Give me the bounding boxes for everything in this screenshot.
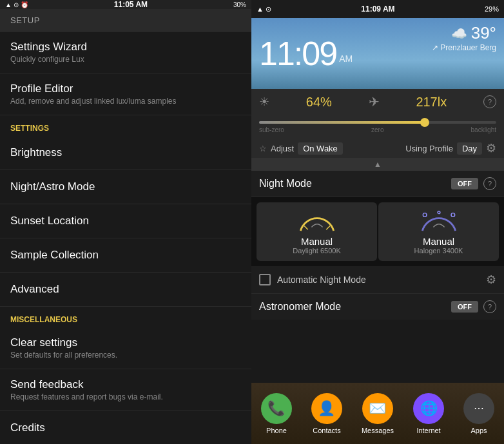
profile-editor-title: Profile Editor: [10, 82, 241, 95]
svg-point-4: [438, 211, 440, 214]
astronomer-toggle-group: OFF ?: [451, 300, 496, 313]
app-apps[interactable]: ⋯ Apps: [463, 393, 494, 434]
send-feedback-subtitle: Request features and report bugs via e-m…: [10, 392, 241, 401]
sidebar-item-advanced[interactable]: Advanced: [0, 273, 251, 307]
night-mode-toggle[interactable]: OFF: [451, 178, 478, 189]
night-mode-help[interactable]: ?: [483, 177, 496, 190]
messages-icon: ✉️: [362, 393, 393, 424]
auto-night-label: Automatic Night Mode: [277, 275, 480, 285]
night-mode-toggle-group: OFF ?: [451, 177, 496, 190]
sidebar-item-clear-settings[interactable]: Clear settings Set defaults for all pref…: [0, 327, 251, 369]
sidebar-item-credits[interactable]: Credits: [0, 411, 251, 444]
halogen-card[interactable]: Manual Halogen 3400K: [378, 202, 499, 261]
sample-collection-title: Sample Collection: [10, 249, 99, 261]
wifi-icon: ⊙: [14, 1, 19, 8]
auto-night-gear-icon[interactable]: ⚙: [486, 273, 496, 287]
settings-wizard-subtitle: Quickly configure Lux: [10, 55, 241, 64]
lux-info-bar: ☀ 64% ✈ 217lx ?: [251, 89, 504, 115]
alarm-icon: ⏰: [21, 1, 28, 8]
lux-left-icon: ☀: [259, 95, 269, 109]
left-panel: ▲ ⊙ ⏰ 11:05 AM 30% Setup Settings Wizard…: [0, 0, 251, 444]
sidebar-item-profile-editor[interactable]: Profile Editor Add, remove and adjust li…: [0, 73, 251, 115]
expand-arrow[interactable]: ▲: [251, 158, 504, 171]
phone-label: Phone: [266, 427, 287, 434]
setup-header: Setup: [0, 9, 251, 32]
weather-location: ↗ Prenzlauer Berg: [432, 43, 496, 52]
sidebar-item-sample-collection[interactable]: Sample Collection: [0, 238, 251, 273]
adjust-row: ☆ Adjust On Wake Using Profile Day ⚙: [251, 139, 504, 158]
slider-label-backlight: backlight: [471, 126, 496, 133]
adjust-item[interactable]: ☆ Adjust On Wake: [259, 142, 343, 155]
location-arrow-icon: ↗: [432, 43, 438, 52]
right-panel: ▲ ⊙ 11:09 AM 29% 11:09 AM ☁️ 39° ↗ Prenz…: [251, 0, 504, 444]
sidebar-item-sunset-location[interactable]: Sunset Location: [0, 204, 251, 238]
weather-info: ☁️ 39° ↗ Prenzlauer Berg: [432, 23, 496, 52]
daylight-arc-svg: [295, 209, 340, 233]
profile-editor-subtitle: Add, remove and adjust linked lux/luma s…: [10, 97, 241, 106]
astronomer-label: Astronomer Mode: [259, 301, 341, 313]
svg-line-0: [304, 226, 308, 230]
svg-point-2: [423, 213, 427, 217]
bottom-app-bar: 📞 Phone 👤 Contacts ✉️ Messages 🌐 Interne…: [251, 383, 504, 444]
sidebar-item-send-feedback[interactable]: Send feedback Request features and repor…: [0, 369, 251, 411]
auto-night-row: Automatic Night Mode ⚙: [251, 266, 504, 294]
sidebar-item-brightness[interactable]: Brightness: [0, 136, 251, 170]
using-profile-label: Using Profile: [405, 144, 453, 153]
brightness-slider-fill: [259, 121, 425, 124]
sidebar-item-settings-wizard[interactable]: Settings Wizard Quickly configure Lux: [0, 32, 251, 73]
messages-label: Messages: [362, 427, 394, 434]
profile-cards: Manual Daylight 6500K Manual Halogen 340…: [251, 197, 504, 266]
app-phone[interactable]: 📞 Phone: [261, 393, 292, 434]
app-internet[interactable]: 🌐 Internet: [413, 393, 444, 434]
left-status-icons: ▲ ⊙ ⏰: [5, 1, 28, 8]
svg-point-3: [451, 213, 455, 217]
auto-night-checkbox[interactable]: [259, 274, 271, 285]
signal-icon: ▲: [5, 1, 12, 8]
weather-widget: 11:09 AM ☁️ 39° ↗ Prenzlauer Berg: [251, 18, 504, 89]
status-bar-right: ▲ ⊙ 11:09 AM 29%: [251, 0, 504, 18]
night-mode-label: Night Mode: [259, 178, 312, 189]
sidebar-item-night-astro[interactable]: Night/Astro Mode: [0, 170, 251, 204]
daylight-card[interactable]: Manual Daylight 6500K: [257, 202, 377, 261]
daylight-card-title: Manual: [301, 236, 333, 247]
advanced-title: Advanced: [10, 283, 59, 295]
settings-section-header: Settings: [0, 115, 251, 136]
weather-temp: 39°: [471, 23, 496, 43]
signal-icon-right: ▲: [257, 5, 264, 13]
internet-icon: 🌐: [413, 393, 444, 424]
internet-label: Internet: [416, 427, 440, 434]
setup-label: Setup: [10, 15, 40, 25]
apps-icon: ⋯: [463, 393, 494, 424]
lux-value: 217lx: [416, 95, 447, 110]
astronomer-help[interactable]: ?: [483, 300, 496, 313]
slider-label-zero: zero: [371, 126, 383, 133]
status-time-right: 11:09 AM: [361, 5, 394, 14]
lux-help-button[interactable]: ?: [483, 95, 496, 108]
daylight-card-subtitle: Daylight 6500K: [293, 247, 341, 255]
brightness-slider-thumb[interactable]: [420, 118, 429, 127]
app-messages[interactable]: ✉️ Messages: [362, 393, 394, 434]
app-contacts[interactable]: 👤 Contacts: [311, 393, 342, 434]
plane-icon: ✈: [369, 94, 380, 110]
astronomer-toggle[interactable]: OFF: [451, 301, 478, 313]
night-astro-title: Night/Astro Mode: [10, 180, 95, 193]
weather-ampm: AM: [339, 53, 353, 64]
using-profile-value: Day: [457, 142, 482, 155]
profile-gear-icon[interactable]: ⚙: [486, 141, 496, 155]
brightness-slider-track[interactable]: [259, 121, 496, 124]
battery-text-left: 30%: [233, 1, 246, 8]
contacts-icon: 👤: [311, 393, 342, 424]
halogen-card-subtitle: Halogen 3400K: [414, 247, 463, 255]
phone-icon: 📞: [261, 393, 292, 424]
cloud-icon: ☁️: [451, 26, 467, 41]
using-profile-item[interactable]: Using Profile Day ⚙: [405, 141, 496, 155]
misc-label: Miscellaneous: [10, 315, 77, 324]
settings-wizard-title: Settings Wizard: [10, 41, 241, 53]
battery-text-right: 29%: [485, 5, 499, 13]
send-feedback-title: Send feedback: [10, 378, 241, 391]
slider-labels: sub-zero zero backlight: [259, 126, 496, 133]
misc-section-header: Miscellaneous: [0, 307, 251, 327]
star-icon: ☆: [259, 144, 267, 153]
right-left-status-icons: ▲ ⊙: [257, 5, 271, 14]
halogen-card-title: Manual: [423, 236, 454, 247]
